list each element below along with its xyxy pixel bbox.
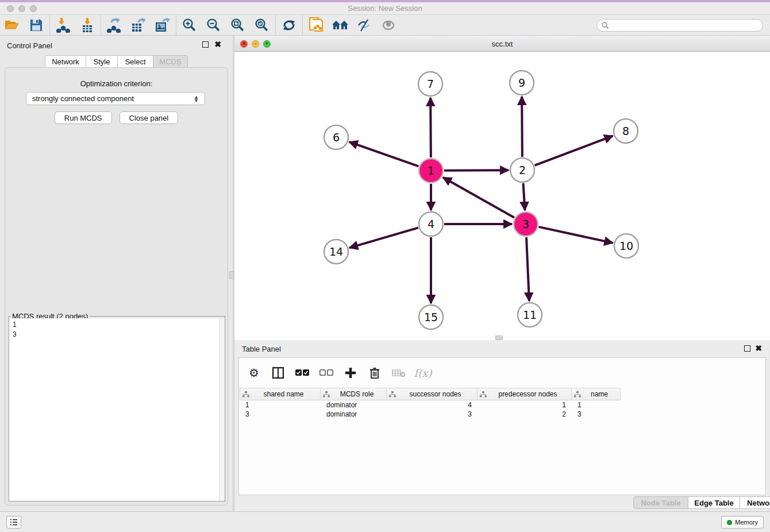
table-settings-icon[interactable]: ⚙	[246, 365, 262, 381]
column-header-successor-nodes[interactable]: successor nodes	[387, 388, 478, 400]
search-field[interactable]	[596, 19, 763, 32]
graph-edge-1-2[interactable]	[444, 170, 509, 171]
close-table-panel-icon[interactable]: ✖	[755, 345, 762, 352]
svg-text:14: 14	[329, 245, 343, 258]
graph-edge-2-9[interactable]	[522, 97, 522, 157]
tab-select[interactable]: Select	[118, 55, 153, 68]
graph-node-15[interactable]: 15	[419, 305, 443, 329]
svg-text:4: 4	[428, 218, 434, 230]
memory-button-label: Memory	[735, 519, 758, 526]
graph-node-2[interactable]: 2	[510, 158, 534, 182]
tab-network[interactable]: Network	[45, 55, 86, 68]
graph-edge-3-11[interactable]	[526, 237, 529, 301]
graph-edge-3-1[interactable]	[443, 178, 514, 218]
graph-edge-4-14[interactable]	[349, 228, 418, 248]
graph-edge-1-7[interactable]	[430, 98, 431, 157]
titlebar-accent-strip	[0, 0, 770, 2]
tab-node-table[interactable]: Node Table	[633, 496, 688, 509]
zoom-fit-icon[interactable]	[226, 16, 250, 35]
task-history-button[interactable]	[6, 516, 21, 529]
hide-selected-icon[interactable]	[352, 16, 376, 35]
table-cell[interactable]: 1	[240, 400, 321, 410]
column-header-predecessor-nodes[interactable]: predecessor nodes	[478, 388, 572, 400]
toolbar-separator	[101, 16, 101, 35]
graph-node-8[interactable]: 8	[614, 119, 638, 143]
select-stepper-icon: ▲▼	[194, 95, 199, 102]
graph-edge-1-6[interactable]	[349, 142, 419, 166]
search-input[interactable]	[612, 21, 763, 29]
graph-edge-2-3[interactable]	[523, 183, 525, 210]
table-cell[interactable]: 1	[572, 400, 621, 410]
open-session-icon[interactable]	[0, 16, 24, 35]
table-cell[interactable]: 3	[387, 410, 478, 419]
delete-column-icon[interactable]	[391, 365, 407, 381]
table-panel-tabs: Node TableEdge TableNetwork TableMotifs	[633, 496, 770, 509]
add-column-icon[interactable]	[342, 365, 359, 381]
graph-node-7[interactable]: 7	[418, 72, 442, 96]
delete-rows-icon[interactable]	[367, 365, 383, 381]
table-cell[interactable]: 3	[240, 410, 321, 419]
graph-node-4[interactable]: 4	[419, 212, 443, 236]
graph-node-6[interactable]: 6	[324, 125, 348, 149]
show-all-icon[interactable]	[376, 16, 401, 35]
criterion-select[interactable]: strongly connected component ▲▼	[26, 92, 205, 105]
zoom-in-icon[interactable]	[178, 16, 202, 35]
graph-node-10[interactable]: 10	[614, 234, 638, 258]
mcds-result-textarea[interactable]: 13	[9, 318, 225, 501]
tab-edge-table[interactable]: Edge Table	[688, 496, 740, 509]
export-network-icon[interactable]	[102, 16, 126, 35]
toggle-panels-icon[interactable]	[270, 365, 286, 381]
table-cell[interactable]: dominator	[321, 410, 387, 419]
select-all-icon[interactable]	[294, 365, 310, 381]
svg-text:8: 8	[622, 125, 629, 137]
network-canvas[interactable]: 7968124314101511	[234, 52, 770, 340]
tab-network-table[interactable]: Network Table	[740, 496, 770, 509]
result-line: 1	[13, 320, 221, 330]
horizontal-splitter-grip[interactable]	[495, 336, 503, 340]
table-cell[interactable]: 2	[478, 410, 572, 419]
first-neighbors-icon[interactable]	[328, 16, 352, 35]
column-header-shared-name[interactable]: shared name	[240, 388, 321, 400]
svg-text:6: 6	[333, 131, 340, 144]
new-network-from-selection-icon[interactable]	[304, 16, 328, 35]
graph-node-14[interactable]: 14	[324, 240, 348, 264]
save-session-icon[interactable]	[24, 16, 48, 35]
export-table-icon[interactable]	[126, 16, 151, 35]
graph-node-9[interactable]: 9	[510, 71, 534, 95]
function-builder-icon[interactable]: f(x)	[415, 365, 431, 381]
export-image-icon[interactable]	[151, 16, 175, 35]
zoom-out-icon[interactable]	[202, 16, 226, 35]
graph-node-11[interactable]: 11	[518, 303, 542, 327]
table-cell[interactable]: 1	[478, 400, 572, 410]
result-scrollbar[interactable]	[219, 318, 225, 501]
float-table-panel-icon[interactable]	[744, 345, 750, 352]
splitter-grip[interactable]	[229, 271, 234, 279]
table-cell[interactable]: dominator	[321, 400, 387, 410]
float-panel-icon[interactable]	[202, 41, 209, 48]
graph-edge-3-10[interactable]	[538, 227, 613, 243]
criterion-selected-value: strongly connected component	[32, 94, 134, 103]
graph-node-3[interactable]: 3	[514, 212, 538, 236]
import-table-icon[interactable]	[75, 16, 99, 35]
table-row[interactable]: 1dominator411	[240, 400, 765, 410]
tab-mcds[interactable]: MCDS	[153, 55, 188, 68]
column-header-name[interactable]: name	[572, 388, 621, 400]
svg-text:1: 1	[428, 164, 434, 177]
run-mcds-button[interactable]: Run MCDS	[55, 111, 112, 124]
graph-node-1[interactable]: 1	[419, 159, 443, 183]
graph-edge-2-8[interactable]	[535, 136, 613, 165]
column-header-MCDS-role[interactable]: MCDS role	[321, 388, 387, 400]
table-cell[interactable]: 3	[572, 410, 621, 419]
table-cell[interactable]: 4	[387, 400, 478, 410]
table-header-row: shared nameMCDS rolesuccessor nodesprede…	[240, 388, 765, 400]
close-panel-icon[interactable]: ✖	[214, 41, 221, 48]
import-network-icon[interactable]	[51, 16, 75, 35]
zoom-selected-icon[interactable]	[250, 16, 274, 35]
table-row[interactable]: 3dominator323	[240, 410, 765, 419]
tab-style[interactable]: Style	[86, 55, 118, 68]
apply-layout-icon[interactable]	[277, 16, 301, 35]
memory-button[interactable]: Memory	[721, 516, 764, 529]
close-panel-button[interactable]: Close panel	[120, 111, 179, 124]
network-window-titlebar[interactable]: ✕ − + scc.txt	[234, 36, 770, 52]
deselect-all-icon[interactable]	[318, 365, 334, 381]
